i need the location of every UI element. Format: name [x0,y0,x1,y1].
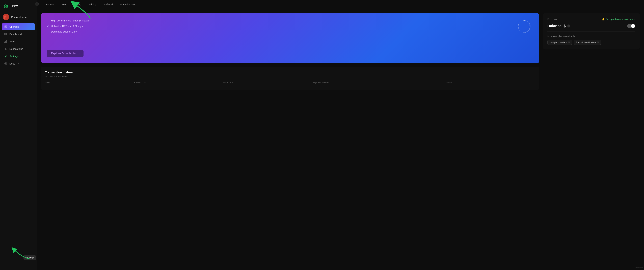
table-header: Date Amount, CU Amount, $ Payment Method… [45,81,535,86]
content-area: ✓ High performance nodes (x3 faster) ✓ U… [37,9,644,270]
tab-pricing[interactable]: Pricing [85,0,100,9]
plan-label: plan [554,18,558,20]
svg-rect-11 [6,27,6,27]
svg-rect-14 [4,34,6,35]
tab-team[interactable]: Team [57,0,71,9]
main-content: Account Team Billing Pricing Referral St… [37,0,644,270]
svg-rect-16 [4,41,5,43]
svg-text:MONTHLY PAYMENTS • NO MORE •: MONTHLY PAYMENTS • NO MORE • [518,20,531,33]
svg-rect-9 [5,26,5,27]
bell-icon [4,47,8,50]
transaction-history-title: Transaction history [45,71,535,74]
settings-arrow-annotation [10,246,32,261]
chevron-right-icon: › [78,52,79,55]
upgrade-icon [4,25,8,28]
divider [548,31,635,32]
sidebar: dRPC ‹ Personal team [0,0,37,270]
sidebar-item-docs[interactable]: Docs ↗ [2,60,35,67]
sidebar-item-settings[interactable]: Settings [2,53,35,60]
stats-icon [4,40,8,43]
col-header-payment-method: Payment Method [312,81,446,84]
tag-endpoint-verification: Endpoint verification ✕ [574,40,601,45]
svg-rect-19 [6,50,6,50]
sidebar-item-label-docs: Docs [10,62,15,65]
balance-info-icon[interactable]: i [567,24,570,27]
right-column: Free plan 🔔 Set up a balance notificatio… [543,13,640,266]
unavailable-tags-row: Multiple providers ✕ Endpoint verificati… [548,40,635,45]
svg-point-5 [6,15,8,16]
svg-rect-15 [6,34,7,35]
sidebar-collapse-button[interactable]: ‹ [35,2,39,6]
logo-text: dRPC [10,5,18,8]
feature-item-0: ✓ High performance nodes (x3 faster) [47,19,533,22]
feature-item-1: ✓ Unlimited RPS and API keys [47,25,533,27]
balance-label: Balance, $ [548,24,566,28]
sidebar-item-label-notifications: Notifications [10,47,23,50]
tag-multiple-providers: Multiple providers ✕ [548,40,572,45]
unavailable-label: In current plan unavailable: [548,35,635,38]
team-name: Personal team [11,15,27,18]
tab-account[interactable]: Account [41,0,57,9]
avatar [3,14,9,20]
tab-billing[interactable]: Billing [71,0,85,9]
bell-green-icon: 🔔 [602,18,605,20]
sidebar-nav: Upgrade Dashboard Stats [0,23,37,67]
transaction-history-subtitle: List of user transactions [45,75,535,78]
check-icon-2: ✓ [47,30,49,33]
sidebar-item-notifications[interactable]: Notifications [2,45,35,52]
sidebar-item-label-settings: Settings [10,55,18,58]
svg-point-4 [4,15,6,17]
logo-area: dRPC [0,3,37,12]
feature-item-2: ✓ Dedicated support 24/7 [47,30,533,33]
svg-rect-12 [4,33,6,34]
sidebar-item-label-stats: Stats [10,40,15,43]
plan-free-label: Free [548,18,552,20]
tab-referral[interactable]: Referral [100,0,116,9]
svg-rect-17 [5,41,6,43]
sidebar-item-label-dashboard: Dashboard [10,33,22,35]
check-icon-1: ✓ [47,25,49,27]
tag-close-endpoint-verification[interactable]: ✕ [597,41,599,43]
col-header-amount-cu: Amount, CU [134,81,224,84]
col-header-status: Status [446,81,535,84]
balance-panel: Free plan 🔔 Set up a balance notificatio… [543,13,640,49]
gear-icon [4,54,8,58]
docs-icon [4,62,8,65]
col-header-amount-usd: Amount, $ [223,81,312,84]
top-tabs: Account Team Billing Pricing Referral St… [37,0,644,9]
dashboard-icon [4,32,8,36]
explore-growth-plan-button[interactable]: Explore Growth plan › [47,50,84,57]
avatar-image [3,14,9,20]
watermark: AutoDroid [634,267,643,269]
col-header-date: Date [45,81,134,84]
sidebar-item-label-upgrade: Upgrade [10,25,19,28]
growth-plan-card: ✓ High performance nodes (x3 faster) ✓ U… [41,13,539,63]
unavailable-features-section: In current plan unavailable: Multiple pr… [548,35,635,45]
monthly-payments-badge: MONTHLY PAYMENTS • NO MORE • [518,20,531,33]
drpc-logo-icon [3,4,8,9]
plan-badges: Free plan [548,18,558,20]
transaction-history-section: Transaction history List of user transac… [41,67,539,90]
set-up-balance-notification-button[interactable]: 🔔 Set up a balance notification [602,18,635,20]
toggle-knob [631,24,635,28]
svg-rect-13 [6,33,7,34]
tag-close-multiple-providers[interactable]: ✕ [568,41,570,43]
team-section[interactable]: Personal team [0,12,37,22]
left-column: ✓ High performance nodes (x3 faster) ✓ U… [41,13,539,266]
balance-row: Balance, $ i [548,24,635,28]
svg-rect-10 [6,26,6,27]
sidebar-item-stats[interactable]: Stats [2,38,35,45]
svg-rect-18 [6,40,7,43]
svg-rect-7 [5,17,8,19]
balance-toggle[interactable] [627,24,635,28]
tab-statistics-api[interactable]: Statistics API [116,0,138,9]
svg-point-20 [5,56,6,57]
settings-tooltip: Settings [24,256,36,260]
svg-rect-3 [3,14,9,20]
balance-header: Free plan 🔔 Set up a balance notificatio… [548,18,635,20]
sidebar-item-upgrade[interactable]: Upgrade [2,23,35,30]
external-link-icon: ↗ [18,62,19,65]
sidebar-item-dashboard[interactable]: Dashboard [2,30,35,37]
check-icon-0: ✓ [47,19,49,22]
features-list: ✓ High performance nodes (x3 faster) ✓ U… [47,19,533,33]
